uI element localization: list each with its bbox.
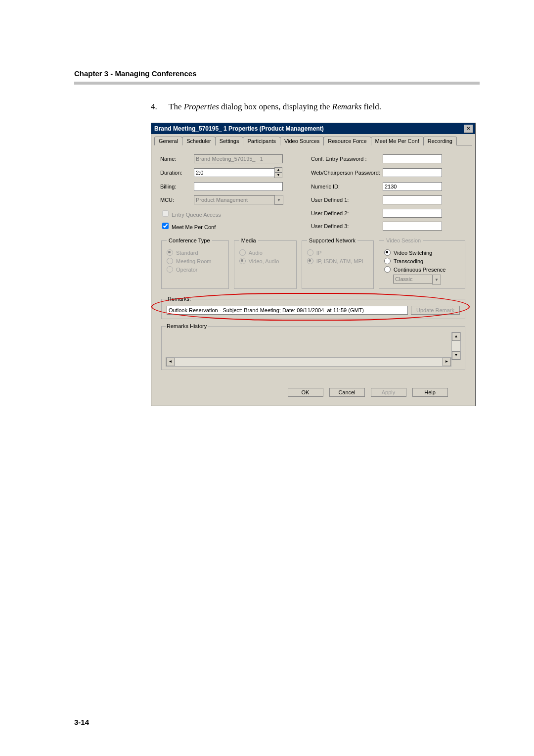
scrollbar-vertical[interactable]: ▲ ▼ [451, 332, 461, 360]
meet-me-label: Meet Me Per Conf [172, 224, 216, 230]
page-number: 3-14 [74, 718, 89, 726]
close-icon[interactable]: × [464, 125, 473, 133]
scroll-up-icon[interactable]: ▲ [452, 332, 460, 341]
dialog-title: Brand Meeting_570195_ 1 Properties (Prod… [154, 125, 464, 132]
tab-participants[interactable]: Participants [243, 137, 280, 145]
chevron-down-icon: ▼ [274, 195, 283, 205]
spinner-down-icon[interactable]: ▼ [274, 173, 282, 178]
remarks-history-group: Remarks History ▲ ▼ ◄ ► [161, 323, 465, 370]
radio-ip-isdn [307, 258, 313, 264]
radio-video-switching[interactable] [384, 249, 391, 256]
update-remark-button: Update Remark [411, 306, 460, 315]
radio-video-audio [239, 258, 246, 264]
scroll-down-icon[interactable]: ▼ [452, 351, 460, 360]
numeric-id-field[interactable] [383, 182, 442, 191]
conf-entry-pw-field[interactable] [383, 154, 442, 163]
remarks-field[interactable] [167, 306, 408, 315]
tab-general[interactable]: General [154, 137, 182, 145]
web-pw-field[interactable] [383, 168, 442, 177]
dialog-button-row: OK Cancel Apply Help [154, 374, 472, 401]
supported-network-group: Supported Network IP IP, ISDN, ATM, MPI [302, 237, 374, 289]
radio-ip [307, 249, 313, 256]
conference-type-legend: Conference Type [167, 237, 212, 243]
tab-meet-me-per-conf[interactable]: Meet Me Per Conf [371, 137, 424, 145]
duration-spinner[interactable]: ▲▼ [274, 167, 282, 178]
ud2-field[interactable] [383, 209, 442, 218]
step-number: 4. [151, 102, 160, 112]
cp-layout-field [393, 275, 433, 284]
duration-field[interactable] [194, 168, 275, 177]
ud1-field[interactable] [383, 195, 442, 204]
mcu-label: MCU: [160, 197, 194, 203]
ud3-label: User Defined 3: [311, 223, 383, 229]
dialog-titlebar: Brand Meeting_570195_ 1 Properties (Prod… [151, 123, 475, 134]
ok-button[interactable]: OK [288, 388, 323, 397]
billing-label: Billing: [160, 184, 194, 189]
radio-standard [167, 249, 173, 256]
remarks-history-legend: Remarks History [166, 323, 208, 329]
name-field [194, 154, 283, 163]
numeric-id-label: Numeric ID: [311, 184, 383, 189]
radio-audio [239, 249, 246, 256]
conference-type-group: Conference Type Standard Meeting Room Op… [161, 237, 229, 289]
entry-queue-label: Entry Queue Access [172, 212, 221, 218]
ud3-field[interactable] [383, 222, 442, 231]
apply-button: Apply [371, 388, 406, 397]
tab-resource-force[interactable]: Resource Force [323, 137, 371, 145]
step-text: The Properties dialog box opens, display… [169, 102, 381, 112]
name-label: Name: [160, 156, 194, 162]
ud1-label: User Defined 1: [311, 197, 383, 203]
properties-dialog: Brand Meeting_570195_ 1 Properties (Prod… [151, 123, 476, 406]
billing-field[interactable] [194, 182, 283, 191]
general-form: Name: Conf. Entry Password : Duration: ▲… [154, 150, 472, 374]
radio-meeting-room [167, 258, 173, 264]
scroll-right-icon[interactable]: ► [443, 358, 451, 366]
media-group: Media Audio Video, Audio [234, 237, 297, 289]
ud2-label: User Defined 2: [311, 210, 383, 216]
chapter-header: Chapter 3 - Managing Conferences [74, 69, 480, 78]
mcu-field [194, 195, 275, 204]
tab-recording[interactable]: Recording [423, 137, 457, 145]
conf-entry-pw-label: Conf. Entry Password : [311, 156, 383, 162]
chevron-down-icon: ▼ [432, 275, 441, 284]
remarks-group: Remarks: Update Remark [161, 296, 465, 319]
media-legend: Media [239, 237, 258, 243]
duration-label: Duration: [160, 170, 194, 176]
network-legend: Supported Network [307, 237, 357, 243]
header-rule [74, 82, 480, 85]
tab-scheduler[interactable]: Scheduler [182, 137, 216, 145]
dialog-tabs: General Scheduler Settings Participants … [154, 136, 472, 145]
video-session-legend: Video Session [384, 237, 423, 243]
entry-queue-checkbox [162, 210, 169, 217]
meet-me-checkbox[interactable] [162, 223, 169, 229]
scroll-left-icon[interactable]: ◄ [166, 358, 175, 366]
web-pw-label: Web/Chairperson Password: [311, 170, 383, 176]
radio-continuous-presence[interactable] [384, 266, 391, 273]
tab-settings[interactable]: Settings [215, 137, 244, 145]
remarks-legend: Remarks: [167, 296, 192, 302]
spinner-up-icon[interactable]: ▲ [274, 167, 282, 173]
instruction-step: 4. The Properties dialog box opens, disp… [151, 102, 480, 112]
tab-video-sources[interactable]: Video Sources [280, 137, 324, 145]
video-session-group: Video Session Video Switching Transcodin… [379, 237, 465, 289]
cancel-button[interactable]: Cancel [329, 388, 365, 397]
scrollbar-horizontal[interactable]: ◄ ► [166, 357, 451, 367]
help-button[interactable]: Help [412, 388, 448, 397]
radio-transcoding[interactable] [384, 258, 391, 264]
remarks-history-box: ▲ ▼ ◄ ► [166, 332, 461, 367]
radio-operator [167, 266, 173, 273]
